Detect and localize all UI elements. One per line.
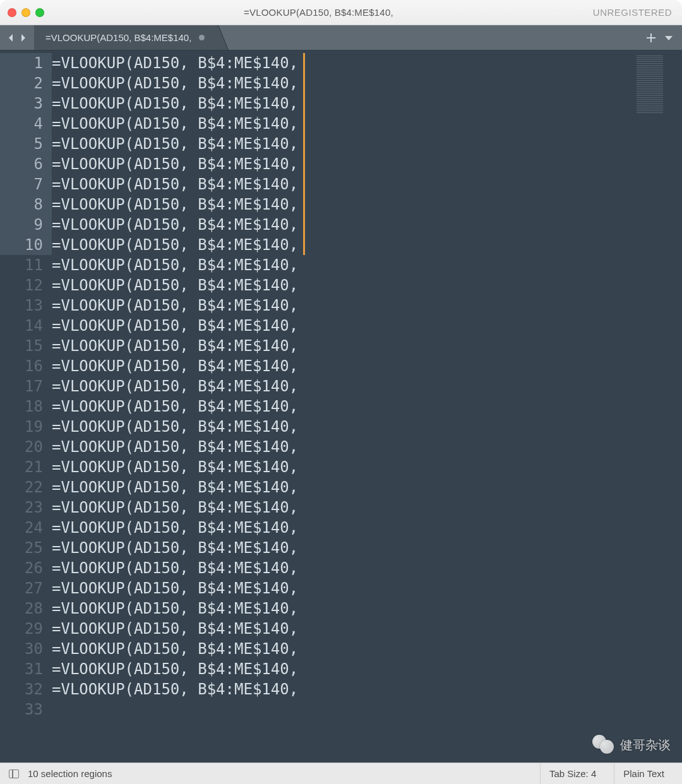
- line-number[interactable]: 4: [0, 114, 52, 134]
- code-line[interactable]: =VLOOKUP(AD150, B$4:ME$140,: [52, 396, 613, 417]
- status-bar: 10 selection regions Tab Size: 4 Plain T…: [0, 763, 682, 784]
- code-line[interactable]: =VLOOKUP(AD150, B$4:ME$140,: [52, 619, 613, 639]
- line-number[interactable]: 13: [0, 295, 43, 316]
- code-line[interactable]: =VLOOKUP(AD150, B$4:ME$140,: [52, 174, 613, 194]
- nav-forward-icon[interactable]: [18, 33, 28, 43]
- tab-label: =VLOOKUP(AD150, B$4:ME$140,: [45, 32, 191, 43]
- line-number[interactable]: 9: [0, 215, 52, 235]
- selection-status[interactable]: 10 selection regions: [28, 768, 112, 779]
- code-line[interactable]: =VLOOKUP(AD150, B$4:ME$140,: [52, 477, 613, 497]
- code-line[interactable]: =VLOOKUP(AD150, B$4:ME$140,: [52, 275, 613, 295]
- wechat-icon: [592, 734, 615, 756]
- new-tab-icon[interactable]: [647, 33, 655, 42]
- line-number[interactable]: 23: [0, 497, 43, 518]
- titlebar: =VLOOKUP(AD150, B$4:ME$140, UNREGISTERED: [0, 0, 682, 25]
- code-line[interactable]: =VLOOKUP(AD150, B$4:ME$140,: [52, 53, 613, 73]
- line-number[interactable]: 1: [0, 53, 52, 73]
- line-number[interactable]: 7: [0, 174, 52, 194]
- line-number[interactable]: 5: [0, 134, 52, 154]
- line-number[interactable]: 14: [0, 316, 43, 336]
- line-number[interactable]: 10: [0, 235, 52, 255]
- line-number[interactable]: 11: [0, 255, 43, 275]
- side-panel-toggle-icon[interactable]: [9, 769, 19, 778]
- code-line[interactable]: =VLOOKUP(AD150, B$4:ME$140,: [52, 295, 613, 316]
- code-line[interactable]: =VLOOKUP(AD150, B$4:ME$140,: [52, 235, 613, 255]
- line-number[interactable]: 6: [0, 154, 52, 174]
- line-number[interactable]: 32: [0, 679, 43, 699]
- line-number[interactable]: 22: [0, 477, 43, 497]
- code-line[interactable]: =VLOOKUP(AD150, B$4:ME$140,: [52, 598, 613, 619]
- code-line[interactable]: [52, 699, 613, 720]
- tab-size-status[interactable]: Tab Size: 4: [540, 763, 605, 784]
- code-content[interactable]: =VLOOKUP(AD150, B$4:ME$140,=VLOOKUP(AD15…: [52, 50, 613, 763]
- watermark: 健哥杂谈: [592, 734, 671, 756]
- syntax-status[interactable]: Plain Text: [614, 763, 673, 784]
- window-controls: [8, 8, 44, 17]
- tab-bar: =VLOOKUP(AD150, B$4:ME$140,: [0, 25, 682, 50]
- code-line[interactable]: =VLOOKUP(AD150, B$4:ME$140,: [52, 316, 613, 336]
- line-number[interactable]: 25: [0, 538, 43, 558]
- code-line[interactable]: =VLOOKUP(AD150, B$4:ME$140,: [52, 356, 613, 376]
- code-line[interactable]: =VLOOKUP(AD150, B$4:ME$140,: [52, 336, 613, 356]
- code-line[interactable]: =VLOOKUP(AD150, B$4:ME$140,: [52, 154, 613, 174]
- code-line[interactable]: =VLOOKUP(AD150, B$4:ME$140,: [52, 639, 613, 659]
- line-number[interactable]: 21: [0, 457, 43, 477]
- line-number[interactable]: 2: [0, 73, 52, 93]
- line-number[interactable]: 12: [0, 275, 43, 295]
- line-number[interactable]: 8: [0, 194, 52, 215]
- code-line[interactable]: =VLOOKUP(AD150, B$4:ME$140,: [52, 538, 613, 558]
- close-window-button[interactable]: [8, 8, 16, 17]
- file-tab[interactable]: =VLOOKUP(AD150, B$4:ME$140,: [34, 25, 216, 50]
- code-line[interactable]: =VLOOKUP(AD150, B$4:ME$140,: [52, 376, 613, 396]
- file-nav-arrows[interactable]: [0, 25, 34, 50]
- watermark-text: 健哥杂谈: [620, 737, 671, 754]
- code-line[interactable]: =VLOOKUP(AD150, B$4:ME$140,: [52, 659, 613, 679]
- line-number[interactable]: 17: [0, 376, 43, 396]
- line-number[interactable]: 30: [0, 639, 43, 659]
- minimap[interactable]: [613, 50, 682, 763]
- line-number[interactable]: 26: [0, 558, 43, 578]
- line-number-gutter[interactable]: 1234567891011121314151617181920212223242…: [0, 50, 52, 763]
- code-line[interactable]: =VLOOKUP(AD150, B$4:ME$140,: [52, 518, 613, 538]
- line-number[interactable]: 3: [0, 93, 52, 114]
- line-number[interactable]: 16: [0, 356, 43, 376]
- line-number[interactable]: 24: [0, 518, 43, 538]
- modified-indicator-icon: [199, 35, 205, 40]
- line-number[interactable]: 20: [0, 437, 43, 457]
- code-line[interactable]: =VLOOKUP(AD150, B$4:ME$140,: [52, 457, 613, 477]
- editor-area[interactable]: 1234567891011121314151617181920212223242…: [0, 50, 682, 763]
- line-number[interactable]: 31: [0, 659, 43, 679]
- unregistered-label: UNREGISTERED: [593, 7, 674, 18]
- code-line[interactable]: =VLOOKUP(AD150, B$4:ME$140,: [52, 114, 613, 134]
- code-line[interactable]: =VLOOKUP(AD150, B$4:ME$140,: [52, 215, 613, 235]
- line-number[interactable]: 18: [0, 396, 43, 417]
- window-title: =VLOOKUP(AD150, B$4:ME$140,: [44, 7, 593, 18]
- line-number[interactable]: 29: [0, 619, 43, 639]
- code-line[interactable]: =VLOOKUP(AD150, B$4:ME$140,: [52, 497, 613, 518]
- code-line[interactable]: =VLOOKUP(AD150, B$4:ME$140,: [52, 134, 613, 154]
- code-line[interactable]: =VLOOKUP(AD150, B$4:ME$140,: [52, 578, 613, 598]
- line-number[interactable]: 28: [0, 598, 43, 619]
- line-number[interactable]: 27: [0, 578, 43, 598]
- code-line[interactable]: =VLOOKUP(AD150, B$4:ME$140,: [52, 73, 613, 93]
- minimize-window-button[interactable]: [21, 8, 30, 17]
- code-line[interactable]: =VLOOKUP(AD150, B$4:ME$140,: [52, 255, 613, 275]
- code-line[interactable]: =VLOOKUP(AD150, B$4:ME$140,: [52, 437, 613, 457]
- code-line[interactable]: =VLOOKUP(AD150, B$4:ME$140,: [52, 558, 613, 578]
- nav-back-icon[interactable]: [6, 33, 16, 43]
- code-line[interactable]: =VLOOKUP(AD150, B$4:ME$140,: [52, 417, 613, 437]
- code-line[interactable]: =VLOOKUP(AD150, B$4:ME$140,: [52, 93, 613, 114]
- code-line[interactable]: =VLOOKUP(AD150, B$4:ME$140,: [52, 679, 613, 699]
- minimap-content: [637, 56, 663, 114]
- tab-dropdown-icon[interactable]: [664, 33, 673, 42]
- code-line[interactable]: =VLOOKUP(AD150, B$4:ME$140,: [52, 194, 613, 215]
- line-number[interactable]: 15: [0, 336, 43, 356]
- zoom-window-button[interactable]: [35, 8, 44, 17]
- line-number[interactable]: 19: [0, 417, 43, 437]
- line-number[interactable]: 33: [0, 699, 43, 720]
